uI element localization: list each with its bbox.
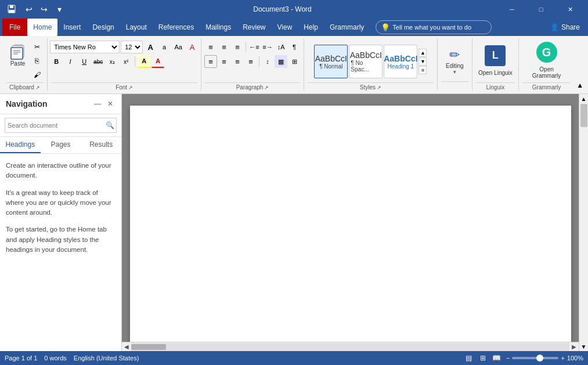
- scroll-track[interactable]: [580, 103, 588, 342]
- tell-me-input[interactable]: 💡 Tell me what you want to do: [376, 20, 492, 34]
- show-hide-button[interactable]: ¶: [288, 41, 301, 53]
- redo-button[interactable]: ↪: [37, 2, 51, 16]
- menu-design[interactable]: Design: [86, 19, 120, 36]
- h-scroll-thumb[interactable]: [131, 344, 166, 350]
- nav-tab-headings[interactable]: Headings: [0, 137, 41, 153]
- italic-button[interactable]: I: [64, 55, 77, 68]
- styles-scroll-down[interactable]: ▼: [419, 57, 427, 66]
- scroll-thumb[interactable]: [580, 104, 587, 127]
- menu-grammarly[interactable]: Grammarly: [324, 19, 370, 36]
- scroll-left-button[interactable]: ◀: [122, 342, 131, 352]
- grow-font-button[interactable]: A: [144, 41, 157, 53]
- sort-button[interactable]: ↕A: [275, 41, 287, 53]
- styles-scroll-up[interactable]: ▲: [419, 49, 427, 57]
- menu-layout[interactable]: Layout: [120, 19, 153, 36]
- bullets-button[interactable]: ≡: [204, 41, 217, 53]
- scroll-down-button[interactable]: ▼: [580, 342, 588, 351]
- styles-more-button[interactable]: ≡: [419, 66, 427, 74]
- menu-help[interactable]: Help: [298, 19, 324, 36]
- close-button[interactable]: ✕: [557, 0, 583, 19]
- view-read-button[interactable]: 📖: [491, 352, 503, 364]
- ribbon-collapse-button[interactable]: ▲: [574, 79, 586, 91]
- styles-expand-icon[interactable]: ↗: [377, 85, 381, 91]
- save-icon[interactable]: [5, 2, 19, 16]
- zoom-level[interactable]: 100%: [567, 355, 583, 362]
- style-normal[interactable]: AaBbCcI ¶ Normal: [314, 45, 348, 78]
- menu-home[interactable]: Home: [27, 19, 57, 36]
- increase-indent-button[interactable]: ≡→: [261, 41, 274, 53]
- view-normal-button[interactable]: ▤: [463, 352, 475, 364]
- scroll-right-button[interactable]: ▶: [569, 342, 579, 352]
- open-grammarly-button[interactable]: Open Grammarly: [522, 64, 571, 81]
- restore-button[interactable]: □: [528, 0, 554, 19]
- menu-view[interactable]: View: [272, 19, 298, 36]
- align-left-button[interactable]: ≡: [204, 55, 217, 68]
- numbering-button[interactable]: ≡: [218, 41, 230, 53]
- h-scroll-track[interactable]: [131, 343, 569, 351]
- bold-button[interactable]: B: [50, 55, 63, 68]
- document-page[interactable]: [130, 106, 571, 342]
- underline-button[interactable]: U: [78, 55, 91, 68]
- decrease-indent-button[interactable]: ←≡: [248, 41, 261, 53]
- paste-button[interactable]: Paste: [6, 41, 30, 82]
- align-center-button[interactable]: ≡: [218, 55, 230, 68]
- clipboard-expand-icon[interactable]: ↗: [35, 85, 40, 91]
- superscript-button[interactable]: x²: [120, 55, 132, 68]
- change-case-button[interactable]: Aa: [172, 41, 185, 53]
- tell-me-label: Tell me what you want to do: [392, 24, 471, 31]
- format-painter-button[interactable]: 🖌: [31, 68, 44, 81]
- shrink-font-button[interactable]: a: [158, 41, 171, 53]
- font-size-select[interactable]: 12: [121, 41, 143, 53]
- font-expand-icon[interactable]: ↗: [128, 85, 133, 91]
- zoom-plus-button[interactable]: +: [561, 355, 564, 362]
- view-web-button[interactable]: ⊞: [477, 352, 489, 364]
- cut-button[interactable]: ✂: [31, 41, 44, 53]
- text-highlight-button[interactable]: A: [138, 55, 150, 68]
- clear-formatting-button[interactable]: A: [186, 41, 199, 53]
- subscript-button[interactable]: x₂: [106, 55, 118, 68]
- style-heading1[interactable]: AaBbCcI Heading 1: [384, 45, 417, 78]
- font-family-select[interactable]: Times New Ro: [50, 41, 120, 53]
- language[interactable]: English (United States): [74, 355, 139, 362]
- horizontal-scrollbar[interactable]: ◀ ▶: [122, 342, 579, 351]
- undo-button[interactable]: ↩: [22, 2, 36, 16]
- nav-pin-button[interactable]: —: [92, 99, 103, 109]
- open-linguix-button[interactable]: Open Linguix: [476, 67, 515, 78]
- justify-button[interactable]: ≡: [244, 55, 257, 68]
- nav-close-button[interactable]: ✕: [105, 99, 116, 109]
- line-spacing-button[interactable]: ↕: [261, 55, 274, 68]
- nav-search-input[interactable]: [5, 118, 117, 133]
- font-group: Times New Ro 12 A a Aa A B I U abc x₂ x²…: [48, 38, 201, 91]
- nav-tabs: Headings Pages Results: [0, 137, 121, 154]
- font-color-button[interactable]: A: [151, 55, 164, 68]
- menu-insert[interactable]: Insert: [57, 19, 86, 36]
- minimize-button[interactable]: ─: [499, 0, 525, 19]
- zoom-slider[interactable]: [512, 357, 558, 359]
- document-area[interactable]: [122, 94, 579, 342]
- clipboard-label: Clipboard: [9, 84, 34, 91]
- menu-mailings[interactable]: Mailings: [200, 19, 237, 36]
- zoom-minus-button[interactable]: −: [506, 355, 510, 362]
- style-nospace[interactable]: AaBbCcI ¶ No Spac...: [349, 45, 383, 78]
- menu-references[interactable]: References: [153, 19, 200, 36]
- shading-button[interactable]: ▦: [275, 55, 287, 68]
- vertical-scrollbar[interactable]: ▲ ▼: [579, 94, 588, 351]
- nav-search-icon[interactable]: 🔍: [106, 121, 114, 129]
- nav-tab-pages[interactable]: Pages: [41, 137, 81, 153]
- multilevel-list-button[interactable]: ≡: [231, 41, 244, 53]
- borders-button[interactable]: ⊞: [288, 55, 301, 68]
- scroll-up-button[interactable]: ▲: [580, 94, 588, 103]
- customize-button[interactable]: ▾: [52, 2, 66, 16]
- status-bar: Page 1 of 1 0 words English (United Stat…: [0, 351, 588, 365]
- copy-button[interactable]: ⎘: [31, 55, 44, 67]
- nav-tab-results[interactable]: Results: [81, 137, 121, 153]
- nav-search-wrapper: 🔍: [5, 118, 117, 133]
- share-button[interactable]: 👤 Share: [544, 19, 586, 36]
- paragraph-expand-icon[interactable]: ↗: [264, 85, 269, 91]
- menu-review[interactable]: Review: [237, 19, 271, 36]
- nav-header: Navigation — ✕: [0, 94, 121, 114]
- editing-button[interactable]: ✏ Editing ▾: [443, 45, 466, 77]
- align-right-button[interactable]: ≡: [231, 55, 244, 68]
- menu-file[interactable]: File: [2, 19, 27, 36]
- strikethrough-button[interactable]: abc: [92, 55, 104, 68]
